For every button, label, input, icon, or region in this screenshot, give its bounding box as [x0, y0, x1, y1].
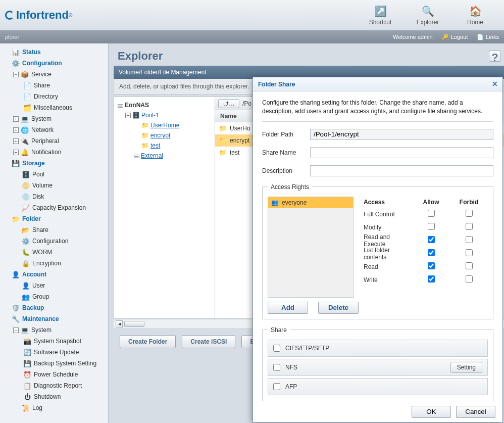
worm-icon: 🐛 [22, 248, 30, 256]
access-rights-fieldset: Access Rights 👥everyone Add Delete Acces… [262, 183, 493, 319]
nav-service[interactable]: −📦Service [0, 69, 108, 80]
close-icon[interactable]: × [492, 79, 497, 89]
logout-link[interactable]: 🔑Logout [442, 34, 468, 40]
nav-swupdate[interactable]: 🔄Software Update [0, 347, 108, 358]
nav-capexp[interactable]: 📈Capacity Expansion [0, 202, 108, 213]
expand-icon[interactable]: + [13, 127, 19, 133]
create-iscsi-button[interactable]: Create iSCSI [182, 335, 235, 348]
delete-user-button[interactable]: Delete [318, 302, 359, 314]
folder-icon: 📁 [141, 142, 149, 149]
nav-notification[interactable]: +🔔Notification [0, 147, 108, 158]
nav-encryption[interactable]: 🔒Encryption [0, 258, 108, 269]
explorer-icon: 🔍 [421, 5, 434, 18]
cancel-button[interactable]: Cancel [456, 406, 495, 418]
collapse-icon[interactable]: − [13, 327, 19, 333]
nav-disk[interactable]: 💿Disk [0, 191, 108, 202]
top-explorer[interactable]: 🔍Explorer [410, 5, 445, 26]
perm-write-allow[interactable] [428, 275, 435, 283]
nav-user[interactable]: 👤User [0, 280, 108, 291]
nav-pool[interactable]: 🗄️Pool [0, 169, 108, 180]
nav-fshare[interactable]: 📂Share [0, 224, 108, 236]
gear-icon: ⚙️ [22, 237, 30, 245]
status-icon: 📊 [12, 48, 20, 56]
folder-path-input[interactable] [310, 129, 493, 140]
perm-read-allow[interactable] [428, 262, 435, 269]
nav-share[interactable]: 📄Share [0, 80, 108, 91]
up-button[interactable]: ⮍… [218, 99, 239, 108]
nav-maintenance[interactable]: 🔧Maintenance [0, 313, 108, 324]
nav-msystem[interactable]: −💻System [0, 324, 108, 336]
tree-test[interactable]: 📁test [117, 140, 212, 151]
perm-readexec-forbid[interactable] [466, 236, 473, 243]
expand-icon[interactable]: + [13, 150, 19, 155]
perm-readexec-allow[interactable] [428, 236, 435, 243]
nav-status[interactable]: 📊Status [0, 46, 108, 58]
perm-write-forbid[interactable] [466, 275, 473, 283]
doc-icon: 📄 [23, 92, 31, 101]
expand-icon[interactable]: + [13, 138, 19, 144]
perm-full-allow[interactable] [428, 210, 435, 217]
links-link[interactable]: 📄Links [477, 34, 499, 40]
share-nfs-check[interactable] [273, 364, 280, 371]
logo-text: Infortrend [16, 9, 69, 22]
tree-pool[interactable]: −🗄️Pool-1 [117, 110, 212, 120]
share-cifs-check[interactable] [273, 345, 280, 352]
backup-icon: 🛡️ [12, 304, 20, 312]
scroll-left-icon[interactable]: ◂ [116, 320, 123, 327]
perm-full-forbid[interactable] [466, 210, 473, 217]
tree-external[interactable]: 🖴External [117, 151, 212, 161]
nav-peripheral[interactable]: +🔌Peripheral [0, 135, 108, 147]
nav-storage[interactable]: 💾Storage [0, 158, 108, 169]
tree-encrypt[interactable]: 📁encrypt [117, 130, 212, 140]
nav-folder[interactable]: 📁Folder [0, 213, 108, 224]
nav-group[interactable]: 👥Group [0, 291, 108, 302]
nav-shutdown[interactable]: ⏻Shutdown [0, 391, 108, 402]
perm-read-forbid[interactable] [466, 262, 473, 269]
scroll-thumb[interactable] [124, 321, 144, 327]
create-folder-button[interactable]: Create Folder [120, 335, 176, 348]
nav-backupsys[interactable]: 💾Backup System Setting [0, 358, 108, 369]
perm-listfolder-forbid[interactable] [466, 249, 473, 256]
share-legend: Share [268, 326, 290, 334]
nav-snapshot[interactable]: 📸System Snapshot [0, 336, 108, 347]
expand-icon[interactable]: + [13, 116, 19, 122]
share-afp-check[interactable] [273, 383, 280, 390]
nav-network[interactable]: +🌐Network [0, 124, 108, 135]
users-list[interactable]: 👥everyone [268, 197, 354, 298]
nav-volume[interactable]: 📀Volume [0, 180, 108, 191]
perm-listfolder-label: List folder contents [364, 247, 412, 261]
description-input[interactable] [310, 165, 493, 176]
perm-modify-allow[interactable] [428, 223, 435, 230]
nav-misc[interactable]: 🗂️Miscellaneous [0, 102, 108, 113]
help-button[interactable]: ? [489, 51, 501, 62]
ok-button[interactable]: OK [412, 406, 451, 418]
nav-fconfig[interactable]: ⚙️Configuration [0, 236, 108, 247]
tree-root[interactable]: 🖴EonNAS [117, 100, 212, 110]
nfs-setting-button[interactable]: Setting [450, 362, 482, 373]
top-home[interactable]: 🏠Home [458, 5, 493, 26]
share-afp-row: AFP [268, 378, 488, 395]
nav-diag[interactable]: 📋Diagnostic Report [0, 380, 108, 391]
tree-userhome[interactable]: 📁UserHome [117, 120, 212, 130]
top-shortcut[interactable]: ↗️Shortcut [363, 5, 398, 26]
perm-modify-forbid[interactable] [466, 223, 473, 230]
add-user-button[interactable]: Add [268, 302, 308, 314]
folder-icon: 📁 [12, 215, 20, 223]
nav-account[interactable]: 👤Account [0, 269, 108, 280]
perm-listfolder-allow[interactable] [428, 249, 435, 256]
nav-system[interactable]: +💻System [0, 113, 108, 124]
nav-power[interactable]: ⏰Power Schedule [0, 369, 108, 380]
nav-configuration[interactable]: ⚙️Configuration [0, 58, 108, 69]
user-row-everyone[interactable]: 👥everyone [268, 197, 353, 208]
share-nfs-label: NFS [285, 364, 297, 371]
nav-directory[interactable]: 📄Directory [0, 91, 108, 102]
col-allow: Allow [412, 199, 450, 206]
nav-backup[interactable]: 🛡️Backup [0, 302, 108, 313]
collapse-icon[interactable]: − [125, 113, 131, 118]
collapse-icon[interactable]: − [13, 72, 19, 77]
volume-icon: 📀 [22, 181, 30, 190]
nav-log[interactable]: 📜Log [0, 402, 108, 413]
nav-worm[interactable]: 🐛WORM [0, 247, 108, 258]
col-name[interactable]: Name [220, 113, 237, 120]
share-name-input[interactable] [310, 147, 493, 158]
